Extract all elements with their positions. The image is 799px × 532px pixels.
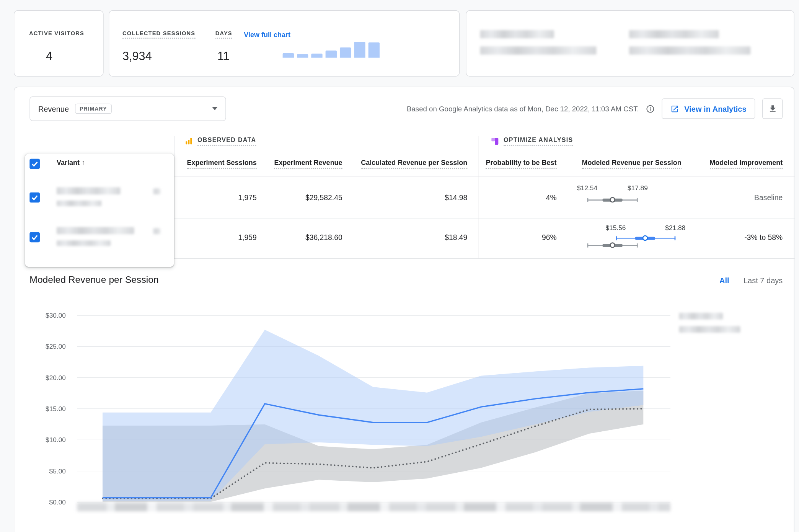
primary-badge: PRIMARY: [75, 104, 112, 114]
redacted-legend-item-1: [679, 313, 723, 319]
cell-probability: 96%: [542, 233, 557, 241]
optimize-analysis-label[interactable]: OPTIMIZE ANALYSIS: [504, 136, 573, 146]
cell-probability: 4%: [546, 193, 557, 201]
redacted-variant-1-name: [57, 187, 121, 194]
column-header-probability[interactable]: Probability to be Best: [486, 159, 557, 166]
y-tick-label: $25.00: [46, 343, 66, 350]
external-link-icon: [670, 104, 679, 113]
observed-data-section: OBSERVED DATA: [184, 136, 256, 146]
chevron-down-icon: [212, 107, 217, 110]
column-header-modeled-rps[interactable]: Modeled Revenue per Session: [573, 159, 690, 166]
experiment-info-card: [466, 10, 794, 77]
active-visitors-card: ACTIVE VISITORS 4: [14, 10, 104, 77]
select-all-checkbox[interactable]: [29, 159, 40, 169]
observed-data-label[interactable]: OBSERVED DATA: [197, 136, 256, 146]
check-icon: [31, 160, 38, 168]
active-visitors-label: ACTIVE VISITORS: [29, 30, 84, 36]
table-bottom-rule: [174, 258, 795, 259]
ci-low-label: $15.56: [605, 224, 626, 232]
redacted-variant-1-tag: [153, 188, 160, 194]
y-tick-label: $5.00: [49, 467, 66, 475]
y-tick-label: $20.00: [46, 374, 66, 382]
column-header-calc-rps[interactable]: Calculated Revenue per Session: [361, 159, 467, 166]
cell-calc-rps: $18.49: [445, 233, 467, 241]
y-tick-label: $10.00: [46, 436, 66, 444]
y-tick-label: $30.00: [46, 312, 66, 319]
table-divider-variant: [174, 136, 174, 258]
mini-bar: [297, 54, 308, 57]
column-header-sessions[interactable]: Experiment Sessions: [187, 159, 257, 166]
redacted-variant-2-sub: [57, 240, 111, 246]
ci-dot: [610, 242, 615, 248]
y-tick-label: $0.00: [49, 498, 66, 506]
report-panel: Revenue PRIMARY Based on Google Analytic…: [14, 87, 794, 532]
check-icon: [31, 194, 38, 201]
ci-low-label: $12.54: [577, 184, 597, 192]
download-button[interactable]: [762, 98, 783, 119]
redacted-info-label-2: [629, 30, 719, 38]
range-tab-all[interactable]: All: [719, 276, 729, 285]
column-header-improvement[interactable]: Modeled Improvement: [709, 159, 783, 166]
mini-bar: [369, 42, 380, 58]
view-in-analytics-button[interactable]: View in Analytics: [662, 98, 755, 119]
optimize-analysis-section: OPTIMIZE ANALYSIS: [490, 136, 573, 146]
redacted-legend-item-2: [679, 326, 740, 333]
ci-dot: [642, 235, 648, 241]
table-header-rule: [174, 176, 795, 177]
redacted-variant-2-tag: [153, 228, 160, 234]
redacted-info-value-1: [480, 46, 597, 54]
redacted-info-label-1: [480, 30, 554, 38]
metric-dropdown[interactable]: Revenue PRIMARY: [29, 96, 226, 121]
trend-chart-title: Modeled Revenue per Session: [29, 274, 158, 285]
ci-cap: [587, 198, 589, 202]
data-freshness-note: Based on Google Analytics data as of Mon…: [407, 104, 639, 113]
trend-range-tabs: All Last 7 days: [719, 276, 783, 285]
range-tab-last-7-days[interactable]: Last 7 days: [744, 276, 783, 285]
table-divider-sections: [479, 136, 479, 258]
mini-bar: [340, 47, 351, 58]
collected-sessions-value: 3,934: [122, 49, 152, 63]
view-in-analytics-label: View in Analytics: [684, 104, 746, 113]
y-tick-label: $15.00: [46, 405, 66, 413]
cell-improvement: Baseline: [754, 193, 783, 201]
mini-bar: [283, 53, 294, 58]
active-visitors-value: 4: [46, 49, 52, 63]
cell-revenue: $29,582.45: [305, 193, 342, 201]
redacted-x-axis-labels: [77, 503, 670, 511]
column-header-revenue[interactable]: Experiment Revenue: [274, 159, 342, 166]
mini-bar: [326, 51, 337, 58]
variant-2-checkbox[interactable]: [29, 232, 40, 243]
ci-cap: [674, 236, 675, 240]
table-row-rule: [174, 218, 795, 218]
redacted-info-value-2: [629, 46, 750, 54]
collected-sessions-label[interactable]: COLLECTED SESSIONS: [122, 30, 195, 36]
ci-cap: [587, 243, 589, 248]
bar-chart-icon: [184, 137, 193, 146]
ci-high-label: $17.89: [628, 184, 648, 192]
collected-sessions-card: COLLECTED SESSIONS 3,934 DAYS 11 View fu…: [109, 10, 460, 77]
redacted-variant-2-name: [57, 227, 134, 234]
optimize-dashboard: ACTIVE VISITORS 4 COLLECTED SESSIONS 3,9…: [0, 0, 799, 532]
optimize-icon: [490, 137, 499, 146]
variant-1-checkbox[interactable]: [29, 193, 40, 203]
column-header-variant[interactable]: Variant ↑: [57, 159, 85, 166]
modeled-interval-row-1: $12.54 $17.89: [576, 184, 688, 215]
info-icon[interactable]: [646, 104, 655, 113]
metric-dropdown-value: Revenue: [38, 104, 69, 113]
ci-cap: [637, 198, 638, 202]
trend-chart: $0.00$5.00$10.00$15.00$20.00$25.00$30.00: [14, 304, 795, 519]
modeled-interval-row-2: $15.56 $21.88: [576, 224, 688, 258]
redacted-variant-1-sub: [57, 201, 101, 206]
cell-improvement: -3% to 58%: [744, 233, 783, 241]
cell-calc-rps: $14.98: [445, 193, 467, 201]
cell-revenue: $36,218.60: [305, 233, 342, 241]
ci-cap: [637, 243, 638, 248]
days-label[interactable]: DAYS: [215, 30, 232, 36]
mini-bar: [311, 54, 322, 58]
days-value: 11: [217, 49, 230, 63]
ci-high-label: $21.88: [665, 224, 685, 232]
cell-sessions: 1,959: [238, 233, 256, 241]
ci-dot: [610, 197, 615, 203]
mini-bar: [354, 42, 365, 57]
view-full-chart-link[interactable]: View full chart: [244, 31, 290, 39]
